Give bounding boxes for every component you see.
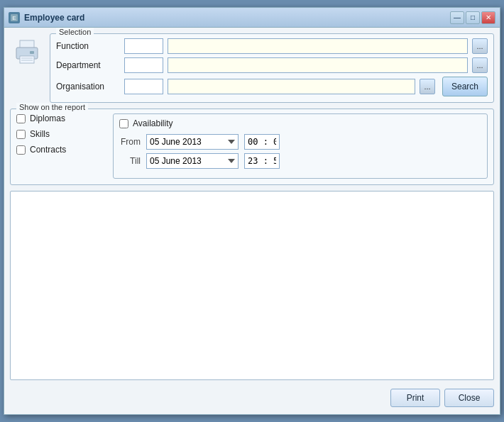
maximize-button[interactable]: □ xyxy=(466,11,480,24)
data-area xyxy=(10,191,494,380)
show-report-group-label: Show on the report xyxy=(16,103,88,111)
svg-rect-5 xyxy=(30,51,34,54)
contracts-checkbox[interactable] xyxy=(16,145,26,155)
printer-icon-area xyxy=(10,33,44,103)
diplomas-label: Diplomas xyxy=(30,113,65,123)
contracts-row: Contracts xyxy=(16,145,102,155)
footer: Print Close xyxy=(10,386,494,409)
organisation-input-short[interactable] xyxy=(124,79,163,94)
window-icon: E xyxy=(9,12,20,23)
availability-group: Availability From 05 June 2013 Till xyxy=(113,113,488,179)
availability-header: Availability xyxy=(119,118,481,128)
contracts-label: Contracts xyxy=(30,145,66,155)
department-row: Department ... xyxy=(56,57,488,73)
svg-text:E: E xyxy=(12,15,16,21)
selection-group: Selection Function ... Department ... xyxy=(50,33,494,103)
show-report-inner: Diplomas Skills Contracts Avail xyxy=(16,113,488,179)
department-browse-button[interactable]: ... xyxy=(472,57,488,73)
function-input-long[interactable] xyxy=(168,38,468,54)
function-browse-button[interactable]: ... xyxy=(472,38,488,54)
availability-checkbox[interactable] xyxy=(119,119,128,128)
diplomas-checkbox[interactable] xyxy=(16,114,26,123)
organisation-input-long[interactable] xyxy=(168,79,415,94)
main-window: E Employee card — □ ✕ xyxy=(4,7,500,415)
availability-till-row: Till 05 June 2013 xyxy=(119,153,481,169)
from-time-input[interactable] xyxy=(244,134,280,150)
window-title: Employee card xyxy=(24,13,450,23)
organisation-row: Organisation ... Search xyxy=(56,77,488,96)
top-section: Selection Function ... Department ... xyxy=(10,33,494,103)
from-date-dropdown[interactable]: 05 June 2013 xyxy=(146,134,239,150)
diplomas-row: Diplomas xyxy=(16,113,102,123)
till-label: Till xyxy=(119,156,141,166)
minimize-button[interactable]: — xyxy=(450,11,464,24)
till-time-input[interactable] xyxy=(244,153,280,169)
organisation-label: Organisation xyxy=(56,82,120,91)
printer-icon xyxy=(13,39,41,65)
window-close-button[interactable]: ✕ xyxy=(481,11,495,24)
skills-checkbox[interactable] xyxy=(16,130,26,139)
department-input-short[interactable] xyxy=(124,57,163,73)
till-date-dropdown[interactable]: 05 June 2013 xyxy=(146,153,239,169)
availability-from-row: From 05 June 2013 xyxy=(119,134,481,150)
title-bar: E Employee card — □ ✕ xyxy=(4,8,500,28)
checkboxes-col: Diplomas Skills Contracts xyxy=(16,113,102,179)
department-input-long[interactable] xyxy=(168,57,468,73)
selection-group-label: Selection xyxy=(56,28,94,36)
skills-row: Skills xyxy=(16,129,102,139)
department-label: Department xyxy=(56,60,120,70)
skills-label: Skills xyxy=(30,129,50,139)
title-bar-buttons: — □ ✕ xyxy=(450,11,495,24)
show-report-group: Show on the report Diplomas Skills Contr… xyxy=(10,109,494,185)
svg-rect-4 xyxy=(20,56,34,63)
availability-label: Availability xyxy=(133,118,172,128)
window-body: Selection Function ... Department ... xyxy=(4,28,500,414)
organisation-browse-button[interactable]: ... xyxy=(420,79,435,94)
function-input-short[interactable] xyxy=(124,38,163,54)
close-button[interactable]: Close xyxy=(444,389,494,407)
print-button[interactable]: Print xyxy=(390,389,440,407)
function-label: Function xyxy=(56,41,120,51)
from-label: From xyxy=(119,137,141,147)
function-row: Function ... xyxy=(56,38,488,54)
search-button[interactable]: Search xyxy=(442,77,488,96)
